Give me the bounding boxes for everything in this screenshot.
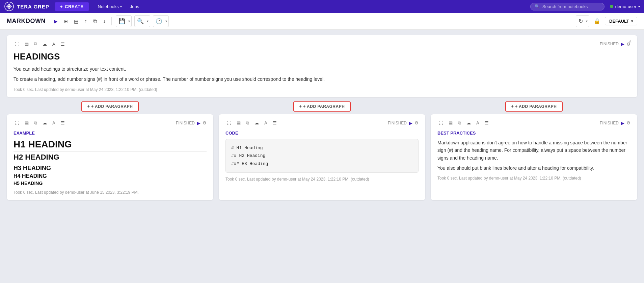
three-col-layout: ⛶ ▤ ⧉ ☁ A ☰ FINISHED ▶ ⚙ EXAMPLE H1 HEAD… bbox=[7, 114, 637, 203]
refresh-group: ↻ ▾ bbox=[576, 15, 589, 27]
cell-note-btn[interactable]: ▤ bbox=[23, 41, 30, 47]
example-cell-status: FINISHED ▶ ⚙ bbox=[176, 120, 207, 126]
upload-button[interactable]: ↑ bbox=[83, 17, 89, 26]
add-para-btn-3[interactable]: + + ADD PARAGRAPH bbox=[505, 101, 563, 112]
best-font-btn[interactable]: A bbox=[475, 120, 481, 126]
example-gear-btn[interactable]: ⚙ bbox=[203, 120, 207, 125]
code-section-label: CODE bbox=[225, 131, 419, 136]
search-placeholder: Search from notebooks bbox=[542, 4, 588, 9]
example-h5: H5 HEADING bbox=[14, 181, 207, 186]
toolbar-right: ↻ ▾ 🔒 DEFAULT ▾ bbox=[576, 15, 637, 27]
play-button[interactable]: ▶ bbox=[52, 17, 59, 26]
create-button[interactable]: + CREATE bbox=[55, 2, 89, 11]
nav-jobs[interactable]: Jobs bbox=[127, 3, 142, 10]
download-button[interactable]: ↓ bbox=[101, 17, 107, 26]
finished-label: FINISHED bbox=[600, 42, 619, 46]
cell-run-btn[interactable]: ▶ bbox=[621, 41, 624, 47]
headings-text2: To create a heading, add number signs (#… bbox=[14, 75, 630, 83]
svg-marker-4 bbox=[10, 5, 12, 8]
main-toolbar: MARKDOWN ▶ ⊞ ▤ ↑ ⧉ ↓ 💾 ▾ 🔍 ▾ 🕐 ▾ bbox=[0, 13, 644, 30]
user-area[interactable]: demo-user ▾ bbox=[610, 4, 640, 9]
search-icon: 🔍 bbox=[535, 4, 540, 9]
cell-font-btn[interactable]: A bbox=[51, 41, 57, 47]
add-para-btn-1[interactable]: + + ADD PARAGRAPH bbox=[81, 101, 139, 112]
save-chevron-icon: ▾ bbox=[128, 19, 131, 24]
best-run-btn[interactable]: ▶ bbox=[621, 120, 624, 126]
example-copy-btn[interactable]: ⧉ bbox=[33, 120, 38, 126]
plus-icon-3: + bbox=[511, 104, 514, 109]
download-icon: ↓ bbox=[103, 18, 106, 24]
layout-button[interactable]: ⊞ bbox=[62, 17, 70, 26]
code-line-2: ## H2 Heading bbox=[231, 152, 413, 160]
code-cloud-btn[interactable]: ☁ bbox=[253, 120, 260, 126]
example-note-btn[interactable]: ▤ bbox=[23, 120, 30, 126]
example-cloud-btn[interactable]: ☁ bbox=[41, 120, 48, 126]
save-group-button[interactable]: 💾 bbox=[117, 16, 127, 26]
logo-icon bbox=[4, 1, 14, 11]
lock-button[interactable]: 🔒 bbox=[592, 16, 602, 26]
headings-cell: ⛶ ▤ ⧉ ☁ A ☰ FINISHED ▶ ⚙ ∧ HEADINGS You … bbox=[7, 35, 637, 97]
example-list-btn[interactable]: ☰ bbox=[59, 120, 66, 126]
code-font-btn[interactable]: A bbox=[263, 120, 269, 126]
cell-toolbar-code: ⛶ ▤ ⧉ ☁ A ☰ FINISHED ▶ ⚙ bbox=[225, 120, 419, 126]
logo-text: TERA GREP bbox=[17, 4, 49, 9]
headings-meta: Took 0 sec. Last updated by demo-user at… bbox=[14, 87, 630, 92]
svg-marker-3 bbox=[6, 5, 8, 8]
search-bar[interactable]: 🔍 Search from notebooks bbox=[530, 3, 605, 10]
code-cell-status: FINISHED ▶ ⚙ bbox=[388, 120, 419, 126]
code-list-btn[interactable]: ☰ bbox=[271, 120, 278, 126]
best-cell-status: FINISHED ▶ ⚙ bbox=[600, 120, 630, 126]
code-run-btn[interactable]: ▶ bbox=[409, 120, 412, 126]
best-finished: FINISHED bbox=[600, 121, 619, 125]
example-h3: H3 HEADING bbox=[14, 165, 207, 172]
code-block: # H1 Heading ## H2 Heading ### H3 Headin… bbox=[225, 139, 419, 173]
refresh-button[interactable]: ↻ bbox=[577, 16, 585, 26]
example-run-btn[interactable]: ▶ bbox=[197, 120, 200, 126]
example-finished: FINISHED bbox=[176, 121, 195, 125]
example-expand-btn[interactable]: ⛶ bbox=[14, 120, 21, 126]
clock-button[interactable]: 🕐 bbox=[154, 16, 164, 26]
example-h1: H1 HEADING bbox=[14, 139, 207, 151]
example-h4: H4 HEADING bbox=[14, 173, 207, 179]
cell-toolbar-example: ⛶ ▤ ⧉ ☁ A ☰ FINISHED ▶ ⚙ bbox=[14, 120, 207, 126]
save-button[interactable]: ▤ bbox=[72, 17, 80, 26]
code-copy-btn[interactable]: ⧉ bbox=[245, 120, 250, 126]
collapse-button[interactable]: ∧ bbox=[628, 39, 632, 44]
clock-icon: 🕐 bbox=[156, 18, 162, 24]
default-button[interactable]: DEFAULT ▾ bbox=[605, 17, 637, 25]
copy-button[interactable]: ⧉ bbox=[91, 17, 99, 26]
cell-toolbar-best: ⛶ ▤ ⧉ ☁ A ☰ FINISHED ▶ ⚙ bbox=[437, 120, 630, 126]
search-button[interactable]: 🔍 bbox=[135, 16, 145, 26]
cell-list-btn[interactable]: ☰ bbox=[59, 41, 66, 47]
logo: TERA GREP bbox=[4, 1, 49, 11]
refresh-icon: ↻ bbox=[579, 18, 583, 24]
best-text1: Markdown applications don't agree on how… bbox=[437, 139, 630, 162]
best-expand-btn[interactable]: ⛶ bbox=[437, 120, 445, 126]
layout-icon: ⊞ bbox=[64, 19, 68, 24]
cell-expand-btn[interactable]: ⛶ bbox=[14, 41, 21, 47]
code-line-1: # H1 Heading bbox=[231, 144, 413, 152]
code-gear-btn[interactable]: ⚙ bbox=[414, 120, 419, 125]
best-copy-btn[interactable]: ⧉ bbox=[457, 120, 462, 126]
example-font-btn[interactable]: A bbox=[51, 120, 57, 126]
example-cell: ⛶ ▤ ⧉ ☁ A ☰ FINISHED ▶ ⚙ EXAMPLE H1 HEAD… bbox=[7, 114, 213, 200]
cell-cloud-btn[interactable]: ☁ bbox=[41, 41, 48, 47]
code-finished: FINISHED bbox=[388, 121, 407, 125]
best-text2: You also should put blank lines before a… bbox=[437, 164, 630, 172]
plus-icon-2: + bbox=[299, 104, 302, 109]
code-note-btn[interactable]: ▤ bbox=[235, 120, 242, 126]
cell-toolbar-headings: ⛶ ▤ ⧉ ☁ A ☰ FINISHED ▶ ⚙ bbox=[14, 41, 630, 47]
add-para-btn-2[interactable]: + + ADD PARAGRAPH bbox=[293, 101, 351, 112]
notebooks-chevron-icon: ▾ bbox=[120, 5, 122, 8]
cell-copy-btn2[interactable]: ⧉ bbox=[33, 41, 38, 47]
best-cloud-btn[interactable]: ☁ bbox=[465, 120, 472, 126]
save-icon: ▤ bbox=[74, 19, 78, 24]
code-expand-btn[interactable]: ⛶ bbox=[225, 120, 233, 126]
best-gear-btn[interactable]: ⚙ bbox=[626, 120, 630, 125]
best-note-btn[interactable]: ▤ bbox=[447, 120, 454, 126]
best-meta: Took 0 sec. Last updated by demo-user at… bbox=[437, 176, 630, 181]
nav-notebooks[interactable]: Notebooks ▾ bbox=[95, 3, 125, 10]
best-list-btn[interactable]: ☰ bbox=[483, 120, 490, 126]
separator-1 bbox=[111, 17, 112, 25]
headings-text1: You can add headings to structurize your… bbox=[14, 65, 630, 73]
